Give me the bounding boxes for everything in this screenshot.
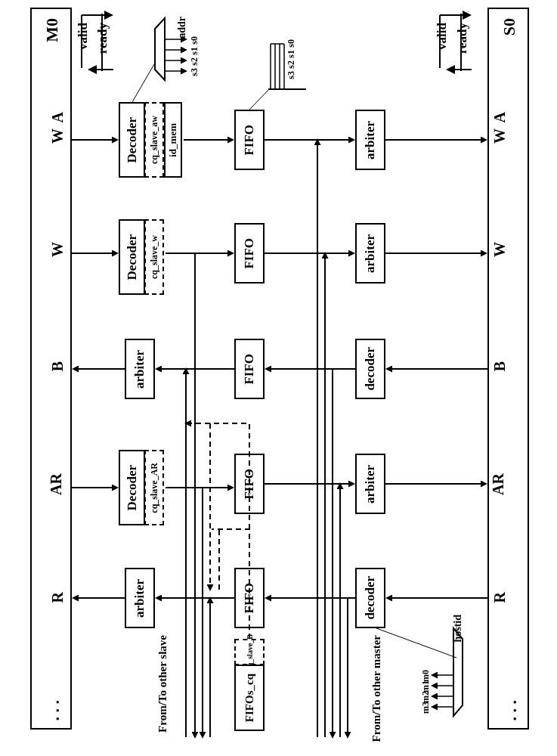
slave-title: S0	[500, 18, 519, 36]
s0-aw-a: A	[491, 112, 509, 122]
ar-fifo: FIFO	[234, 454, 265, 514]
w-slave-arbiter: arbiter	[355, 223, 385, 284]
m0-aw-a: A	[49, 112, 67, 122]
fifo-out-s2: s2	[286, 60, 297, 69]
m0-ar: AR	[48, 473, 65, 495]
ar-slave-arbiter: arbiter	[355, 454, 385, 514]
fifo-out-s0: s0	[286, 39, 297, 48]
cq-slave-b: cq_slave_B	[234, 639, 265, 665]
aw-master-decoder: Decoder	[119, 102, 145, 178]
ar-master-decoder: Decoder	[119, 450, 145, 525]
s0-ready-label: ready	[455, 23, 470, 54]
m0-w: W	[49, 242, 67, 257]
s0-r: R	[491, 592, 509, 603]
cq-slave-ar: cq_slave_AR	[144, 450, 164, 525]
m0-r: R	[49, 592, 67, 603]
svg-line-41	[249, 88, 271, 110]
m0-valid-label: valid	[76, 23, 91, 50]
slave-dots: . . .	[501, 700, 521, 721]
connectors-svg	[0, 0, 557, 756]
r-slave-decoder: decoder	[355, 568, 385, 628]
r-master-arbiter: arbiter	[125, 568, 155, 628]
addr-out-s1: s1	[189, 47, 200, 55]
b-fifo: FIFO	[234, 339, 265, 399]
svg-line-47	[376, 628, 456, 658]
cq-slave-w: cq_slave_w	[144, 219, 164, 295]
hostid-label: hostid	[452, 615, 464, 643]
fifos-cq: FIFOs_cq	[234, 665, 265, 731]
master-title: M0	[42, 18, 62, 42]
s0-aw-w: W	[491, 129, 509, 144]
addr-out-s3: s3	[189, 68, 200, 76]
s0-b: B	[491, 361, 509, 371]
svg-marker-29	[155, 18, 165, 80]
s0-valid-label: valid	[435, 23, 450, 50]
m0-ready-label: ready	[95, 23, 110, 54]
master-dots: . . .	[44, 700, 63, 721]
fifo-out-s1: s1	[286, 50, 297, 58]
svg-line-34	[132, 64, 154, 102]
addr-out-s0: s0	[189, 36, 200, 45]
addr-label: addr	[176, 17, 188, 39]
id-mem: id_mem	[164, 102, 182, 178]
cq-slave-aw: cq_slave_aw	[144, 102, 164, 178]
from-to-other-master: From/To other master	[370, 635, 383, 742]
r-fifo: FIFO	[234, 568, 265, 628]
aw-slave-arbiter: arbiter	[355, 110, 385, 170]
fifo-out-s3: s3	[286, 71, 297, 79]
hostid-out-m3: m3	[420, 702, 432, 714]
b-master-arbiter: arbiter	[125, 339, 155, 399]
addr-out-s2: s2	[189, 57, 200, 66]
s0-w: W	[491, 242, 509, 257]
m0-b: B	[49, 361, 67, 371]
m0-aw-w: W	[49, 129, 67, 144]
w-fifo: FIFO	[234, 223, 265, 284]
from-to-other-slave: From/To other slave	[156, 635, 169, 733]
b-slave-decoder: decoder	[355, 339, 385, 399]
w-master-decoder: Decoder	[119, 219, 145, 295]
s0-ar: AR	[490, 473, 507, 495]
aw-fifo: FIFO	[234, 110, 265, 170]
